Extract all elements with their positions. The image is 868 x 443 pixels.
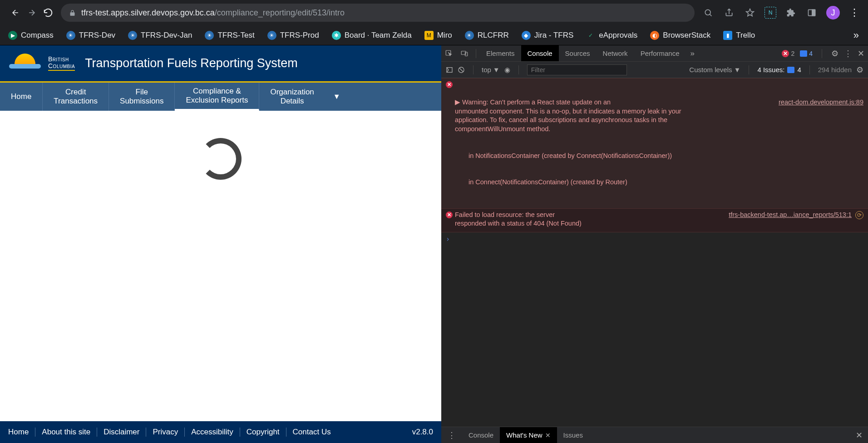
loading-spinner-icon — [200, 138, 242, 180]
stack-line: in Connect(NotificationsContainer) (crea… — [469, 178, 863, 187]
issue-badge-icon[interactable]: ⟳ — [855, 211, 863, 219]
app-nav: Home Credit Transactions File Submission… — [0, 83, 441, 111]
console-settings-icon[interactable]: ⚙ — [856, 65, 863, 75]
chrome-menu-icon[interactable]: ⋮ — [848, 6, 861, 19]
tab-elements[interactable]: Elements — [480, 45, 521, 61]
issues-button[interactable]: 4 Issues:4 — [757, 66, 801, 74]
drawer-tab-console[interactable]: Console — [462, 427, 500, 443]
console-error-row[interactable]: ✕ Failed to load resource: the server re… — [441, 209, 868, 232]
app-header: BritishColumbia Transportation Fuels Rep… — [0, 45, 441, 83]
warning-text: Warning: Can't perform a React state upd… — [455, 98, 681, 133]
panel-icon[interactable] — [805, 6, 818, 19]
bookmark-item[interactable]: ☀TFRS-Test — [200, 28, 259, 43]
footer-accessibility[interactable]: Accessibility — [185, 428, 240, 437]
context-selector[interactable]: top ▼ — [482, 66, 500, 74]
nav-credit-transactions[interactable]: Credit Transactions — [43, 83, 109, 111]
footer-disclaimer[interactable]: Disclaimer — [97, 428, 146, 437]
drawer-close-icon[interactable]: ✕ — [850, 430, 868, 440]
bookmark-item[interactable]: ☀TFRS-Dev-Jan — [123, 28, 197, 43]
chrome-actions: N J ⋮ — [702, 6, 861, 20]
devtools-panel: Elements Console Sources Network Perform… — [441, 45, 868, 443]
message-count-badge[interactable]: 4 — [800, 50, 813, 57]
devtools-close-icon[interactable]: ✕ — [858, 49, 864, 59]
profile-avatar[interactable]: J — [826, 6, 840, 20]
lock-icon — [69, 10, 76, 16]
tab-performance[interactable]: Performance — [634, 45, 686, 61]
address-bar[interactable]: tfrs-test.apps.silver.devops.gov.bc.ca/c… — [61, 4, 695, 22]
bookmark-item[interactable]: ☀RLCFRR — [460, 28, 513, 43]
nav-compliance-reports[interactable]: Compliance & Exclusion Reports — [175, 83, 259, 111]
bookmark-item[interactable]: MMiro — [420, 28, 457, 43]
nav-home[interactable]: Home — [0, 83, 43, 111]
tab-sources[interactable]: Sources — [559, 45, 597, 61]
bookmark-item[interactable]: ✱Board · Team Zelda — [327, 28, 416, 43]
error-count-badge[interactable]: ✕2 — [782, 50, 794, 57]
footer-copyright[interactable]: Copyright — [240, 428, 286, 437]
tabs-overflow-icon[interactable]: » — [686, 49, 699, 58]
nav-file-submissions[interactable]: File Submissions — [109, 83, 175, 111]
extension-icon[interactable]: N — [764, 7, 776, 19]
devtools-menu-icon[interactable]: ⋮ — [844, 49, 852, 59]
nav-dropdown[interactable]: ▼ — [325, 83, 349, 111]
settings-icon[interactable]: ⚙ — [831, 49, 838, 59]
bookmark-item[interactable]: ◆Jira - TFRS — [517, 28, 578, 43]
console-prompt[interactable]: › — [441, 232, 868, 246]
footer-privacy[interactable]: Privacy — [146, 428, 185, 437]
bookmark-item[interactable]: ☀TFRS-Dev — [62, 28, 120, 43]
hidden-count: 294 hidden — [818, 66, 852, 74]
page-viewport: BritishColumbia Transportation Fuels Rep… — [0, 45, 441, 443]
source-link[interactable]: react-dom.development.js:89 — [769, 98, 863, 133]
url-path: /compliance_reporting/edit/513/intro — [215, 8, 345, 18]
bookmarks-bar: ▶Compass ☀TFRS-Dev ☀TFRS-Dev-Jan ☀TFRS-T… — [0, 25, 868, 45]
svg-rect-2 — [812, 10, 815, 15]
back-button[interactable] — [7, 5, 24, 21]
log-levels-dropdown[interactable]: Custom levels ▼ — [689, 66, 740, 74]
bookmarks-overflow[interactable]: » — [848, 30, 864, 41]
drawer-menu-icon[interactable]: ⋮ — [441, 430, 462, 440]
reload-button[interactable] — [40, 5, 56, 21]
app-body — [0, 111, 441, 421]
footer-about[interactable]: About this site — [35, 428, 97, 437]
device-toggle-icon[interactable] — [457, 49, 472, 58]
error-icon: ✕ — [446, 81, 453, 88]
drawer-tab-whatsnew[interactable]: What's New✕ — [500, 427, 557, 443]
bookmark-item[interactable]: ☀TFRS-Prod — [263, 28, 324, 43]
forward-button[interactable] — [24, 5, 40, 21]
bc-logo-icon — [9, 53, 41, 74]
devtools-drawer: ⋮ Console What's New✕ Issues ✕ — [441, 427, 868, 443]
close-tab-icon[interactable]: ✕ — [545, 432, 551, 439]
app-version: v2.8.0 — [412, 428, 433, 437]
nav-organization-details[interactable]: Organization Details — [259, 83, 325, 111]
tab-network[interactable]: Network — [597, 45, 634, 61]
share-icon[interactable] — [723, 6, 735, 19]
bookmark-item[interactable]: ▮Trello — [719, 28, 760, 43]
search-icon[interactable] — [702, 6, 715, 19]
bookmark-item[interactable]: ✓eApprovals — [582, 28, 642, 43]
bookmark-item[interactable]: ▶Compass — [4, 28, 58, 43]
source-link[interactable]: tfrs-backend-test.ap…iance_reports/513:1… — [720, 211, 863, 228]
star-icon[interactable] — [744, 6, 756, 19]
tab-console[interactable]: Console — [521, 45, 559, 61]
console-warning-row[interactable]: ✕ ▶Warning: Can't perform a React state … — [441, 78, 868, 209]
bc-wordmark: BritishColumbia — [48, 56, 75, 71]
eye-icon[interactable]: ◉ — [504, 66, 510, 74]
devtools-tabbar: Elements Console Sources Network Perform… — [441, 45, 868, 62]
console-filter-input[interactable] — [527, 64, 627, 75]
footer-home[interactable]: Home — [8, 428, 35, 437]
error-icon: ✕ — [446, 212, 453, 218]
footer-contact[interactable]: Contact Us — [286, 428, 337, 437]
svg-rect-5 — [465, 52, 468, 56]
bookmark-item[interactable]: ◐BrowserStack — [646, 28, 715, 43]
stack-line: in NotificationsContainer (created by Co… — [469, 152, 863, 161]
extensions-puzzle-icon[interactable] — [784, 6, 797, 19]
url-host: tfrs-test.apps.silver.devops.gov.bc.ca — [81, 8, 215, 18]
sidebar-toggle-icon[interactable] — [446, 66, 453, 74]
drawer-tab-issues[interactable]: Issues — [557, 427, 589, 443]
app-footer: Home About this site Disclaimer Privacy … — [0, 421, 441, 443]
clear-console-icon[interactable] — [458, 66, 465, 74]
expand-caret-icon[interactable]: ▶ — [455, 98, 460, 106]
console-toolbar: top ▼ ◉ Custom levels ▼ 4 Issues:4 294 h… — [441, 62, 868, 78]
browser-toolbar: tfrs-test.apps.silver.devops.gov.bc.ca/c… — [0, 0, 868, 25]
app-title: Transportation Fuels Reporting System — [85, 56, 298, 70]
inspect-icon[interactable] — [441, 49, 457, 58]
